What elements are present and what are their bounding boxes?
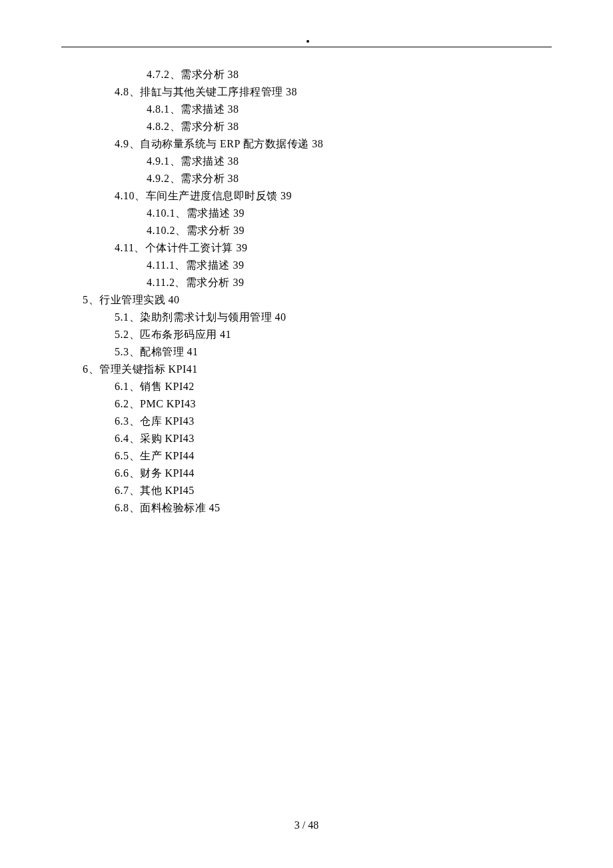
page-number: 3 / 48 <box>295 819 318 831</box>
toc-entry: 4.11、个体计件工资计算 39 <box>61 239 552 257</box>
toc-entry: 4.10.1、需求描述 39 <box>61 205 552 222</box>
toc-entry: 6.2、PMC KPI43 <box>61 395 552 413</box>
toc-entry: 6.7、其他 KPI45 <box>61 482 552 499</box>
toc-entry: 4.11.1、需求描述 39 <box>61 257 552 274</box>
toc-entry: 4.8.1、需求描述 38 <box>61 101 552 118</box>
toc-entry: 4.8.2、需求分析 38 <box>61 118 552 135</box>
toc-entry: 6.1、销售 KPI42 <box>61 378 552 395</box>
toc-entry: 6.3、仓库 KPI43 <box>61 413 552 430</box>
header-center-dot <box>306 40 309 43</box>
toc-entry: 4.8、排缸与其他关键工序排程管理 38 <box>61 83 552 101</box>
toc-entry: 5.3、配棉管理 41 <box>61 343 552 361</box>
toc-entry: 4.9、自动称量系统与 ERP 配方数据传递 38 <box>61 135 552 153</box>
toc-entry: 4.11.2、需求分析 39 <box>61 274 552 291</box>
toc-entry: 6.4、采购 KPI43 <box>61 430 552 447</box>
toc-entry: 6.5、生产 KPI44 <box>61 447 552 465</box>
toc-entry: 5.2、匹布条形码应用 41 <box>61 326 552 343</box>
toc-entry: 4.10、车间生产进度信息即时反馈 39 <box>61 187 552 205</box>
toc-entry: 5.1、染助剂需求计划与领用管理 40 <box>61 309 552 326</box>
toc-entry: 4.9.2、需求分析 38 <box>61 170 552 187</box>
page-footer: 3 / 48 <box>0 819 613 831</box>
toc-entry: 6.8、面料检验标准 45 <box>61 499 552 517</box>
toc-entry: 6、管理关键指标 KPI41 <box>61 361 552 378</box>
table-of-contents: 4.7.2、需求分析 384.8、排缸与其他关键工序排程管理 384.8.1、需… <box>61 66 552 517</box>
toc-entry: 4.9.1、需求描述 38 <box>61 153 552 170</box>
page-body: 4.7.2、需求分析 384.8、排缸与其他关键工序排程管理 384.8.1、需… <box>0 0 613 517</box>
toc-entry: 6.6、财务 KPI44 <box>61 465 552 482</box>
toc-entry: 4.10.2、需求分析 39 <box>61 222 552 239</box>
header-rule <box>61 47 552 47</box>
toc-entry: 4.7.2、需求分析 38 <box>61 66 552 83</box>
toc-entry: 5、行业管理实践 40 <box>61 291 552 309</box>
